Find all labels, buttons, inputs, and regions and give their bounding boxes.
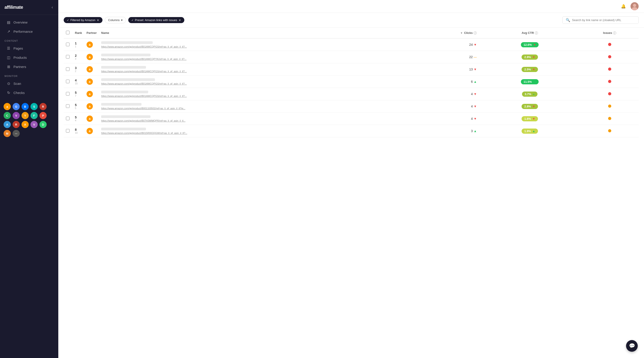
partner-icon-r[interactable]: R xyxy=(40,103,47,110)
name-blur xyxy=(101,54,150,56)
row-checkbox-cell xyxy=(64,76,73,88)
partner-icon-v[interactable]: V xyxy=(12,112,20,119)
partner-icon-a2[interactable]: A xyxy=(4,121,11,128)
row-checkbox-3[interactable] xyxy=(66,80,70,83)
partner-icon-g[interactable]: G xyxy=(12,103,20,110)
sidebar-item-pages[interactable]: ☰ Pages xyxy=(2,44,56,53)
row-ctr: 1.6% ▼ xyxy=(479,112,580,125)
clicks-value: 24 xyxy=(469,43,473,46)
select-all-checkbox[interactable] xyxy=(66,31,70,34)
partner-icon-v2[interactable]: V xyxy=(30,121,38,128)
chat-fab-button[interactable]: 💬 xyxy=(626,340,638,352)
row-checkbox-7[interactable] xyxy=(66,129,70,132)
row-url[interactable]: https://www.amazon.com/gp/product/B01AWC… xyxy=(101,58,209,60)
trend-down-icon: ▼ xyxy=(532,117,535,120)
sidebar-item-pages-label: Pages xyxy=(14,46,23,50)
filter-amazon-chip[interactable]: ✓ Filtered by Amazon ✕ xyxy=(64,17,102,23)
partner-icon-s[interactable]: S xyxy=(30,103,38,110)
row-ctr: 3.7% ▲ xyxy=(479,88,580,100)
partner-icon-b[interactable]: B xyxy=(22,103,29,110)
partner-icon-y[interactable]: Y xyxy=(22,112,29,119)
row-url[interactable]: https://www.amazon.com/gp/product/B01AWC… xyxy=(101,95,209,97)
row-url[interactable]: https://www.amazon.com/gp/product/B07H3W… xyxy=(101,119,209,122)
row-url[interactable]: https://www.amazon.com/gp/product/B01AWC… xyxy=(101,82,209,85)
row-partner: a xyxy=(84,100,99,112)
row-clicks: 4 ▼ xyxy=(392,100,479,112)
col-rank: Rank xyxy=(73,28,84,38)
col-avg-ctr: Avg CTR i xyxy=(479,28,580,38)
columns-chip[interactable]: Columns ▾ xyxy=(105,17,126,23)
sidebar-item-performance[interactable]: ↗ Performance xyxy=(2,27,56,36)
row-checkbox-cell xyxy=(64,112,73,125)
row-clicks: 4 ▼ xyxy=(392,88,479,100)
search-input[interactable] xyxy=(572,18,635,22)
partners-icon: ⊞ xyxy=(6,64,11,69)
row-checkbox-5[interactable] xyxy=(66,104,70,108)
row-checkbox-0[interactable] xyxy=(66,42,70,46)
search-box[interactable]: 🔍 xyxy=(562,16,638,24)
amazon-badge: a xyxy=(86,66,93,72)
links-table: Rank Partner Name ▼ Clicks i xyxy=(64,28,638,137)
trend-down-icon: ▼ xyxy=(474,117,477,120)
row-partner: a xyxy=(84,76,99,88)
row-name: https://www.amazon.com/gp/product/B01AWC… xyxy=(99,76,392,88)
ctr-info-icon: i xyxy=(535,32,538,34)
row-url[interactable]: https://www.amazon.com/gp/product/B01AWC… xyxy=(101,70,209,73)
search-icon: 🔍 xyxy=(566,18,570,22)
row-checkbox-cell xyxy=(64,88,73,100)
partner-icon-d[interactable]: D xyxy=(40,121,47,128)
row-checkbox-1[interactable] xyxy=(66,55,70,58)
collapse-button[interactable]: ‹ xyxy=(51,4,54,10)
row-issues xyxy=(580,112,638,125)
table-row: 4 15 a https://www.amazon.com/gp/product… xyxy=(64,76,638,88)
filter-preset-chip[interactable]: ✓ Preset: Amazon links with issues ✕ xyxy=(128,17,184,23)
clicks-value: 4 xyxy=(471,92,473,96)
row-name: https://www.amazon.com/gp/product/B0013J… xyxy=(99,100,392,112)
partner-icon-a3[interactable]: A xyxy=(22,121,29,128)
table-body: 1 1 a https://www.amazon.com/gp/product/… xyxy=(64,38,638,137)
partner-icon-amazon[interactable]: a xyxy=(4,103,11,110)
sidebar-item-products[interactable]: ◫ Products xyxy=(2,53,56,62)
filters-bar: ✓ Filtered by Amazon ✕ Columns ▾ ✓ Prese… xyxy=(58,13,644,28)
row-url[interactable]: https://www.amazon.com/gp/product/B0013J… xyxy=(101,107,209,110)
performance-icon: ↗ xyxy=(6,30,11,34)
row-checkbox-2[interactable] xyxy=(66,67,70,71)
partner-icon-c[interactable]: C xyxy=(4,112,11,119)
row-checkbox-4[interactable] xyxy=(66,92,70,96)
trend-down-icon: ▼ xyxy=(533,43,536,46)
partner-icon-p[interactable]: P xyxy=(40,112,47,119)
row-issues xyxy=(580,100,638,112)
sidebar-header: affilimate ‹ xyxy=(0,0,58,15)
filter-preset-close[interactable]: ✕ xyxy=(178,18,181,22)
partner-icon-f[interactable]: F xyxy=(30,112,38,119)
row-url[interactable]: https://www.amazon.com/gp/product/B01AWC… xyxy=(101,45,209,48)
trend-down-icon: ▼ xyxy=(532,56,535,59)
row-clicks: 3 ▲ xyxy=(392,125,479,137)
row-url[interactable]: https://www.amazon.com/gp/product/B015R0… xyxy=(101,132,209,134)
row-ctr: 2.9% ▼ xyxy=(479,51,580,63)
partner-icon-m[interactable]: M xyxy=(4,130,11,137)
products-icon: ◫ xyxy=(6,56,11,60)
name-blur xyxy=(101,78,155,81)
trend-down-icon: ▼ xyxy=(474,104,477,108)
partner-icon-more[interactable]: ··· xyxy=(12,130,20,137)
sidebar-item-scan[interactable]: ⊙ Scan xyxy=(2,79,56,88)
ctr-badge: 1.6% ▼ xyxy=(522,116,538,121)
overview-icon: ▤ xyxy=(6,20,11,24)
row-clicks: 22 — xyxy=(392,51,479,63)
notification-bell[interactable]: 🔔 xyxy=(619,2,628,10)
user-avatar[interactable] xyxy=(630,2,638,10)
amazon-badge: a xyxy=(86,103,93,110)
columns-chevron-icon: ▾ xyxy=(121,18,123,22)
trend-down-icon: ▼ xyxy=(474,68,477,71)
row-name: https://www.amazon.com/gp/product/B01AWC… xyxy=(99,88,392,100)
trend-down-icon: ▼ xyxy=(532,105,535,108)
filter-amazon-close[interactable]: ✕ xyxy=(97,18,99,22)
sidebar-item-checks[interactable]: ↻ Checks xyxy=(2,88,56,97)
partner-icons-grid: aGBSRCVYFPARAVDM··· xyxy=(0,100,58,140)
trend-up-icon: ▲ xyxy=(533,80,536,84)
sidebar-item-partners[interactable]: ⊞ Partners xyxy=(2,62,56,71)
sidebar-item-overview[interactable]: ▤ Overview xyxy=(2,18,56,27)
partner-icon-r2[interactable]: R xyxy=(12,121,20,128)
row-checkbox-6[interactable] xyxy=(66,117,70,120)
